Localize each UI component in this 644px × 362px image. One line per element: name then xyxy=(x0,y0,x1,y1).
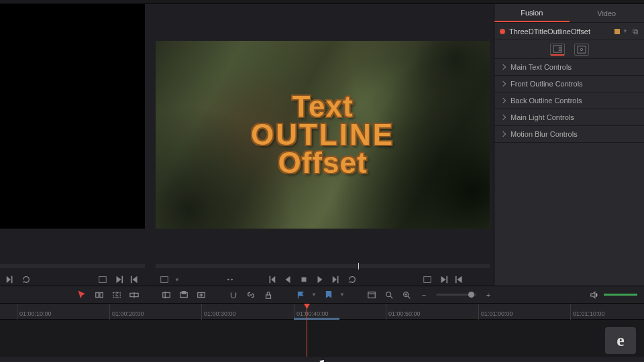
chevron-right-icon xyxy=(500,115,506,120)
tc-mark: 01:00:20:00 xyxy=(109,304,144,320)
prev-clip-icon[interactable] xyxy=(455,275,464,284)
dynamic-trim-tool[interactable] xyxy=(111,290,122,300)
play-icon[interactable] xyxy=(315,275,325,284)
volume-slider[interactable] xyxy=(604,294,637,296)
selection-tool[interactable] xyxy=(76,290,87,300)
first-frame-icon[interactable] xyxy=(267,275,276,284)
stop-icon[interactable] xyxy=(299,275,309,284)
svg-point-23 xyxy=(386,292,390,296)
inspector-panel: Fusion Video ThreeDTitleOutlineOffset ▼ … xyxy=(494,4,644,286)
chevron-down-icon[interactable]: ▼ xyxy=(339,292,345,298)
chevron-down-icon[interactable]: ▼ xyxy=(174,277,180,283)
crop-icon[interactable] xyxy=(160,275,169,284)
svg-rect-6 xyxy=(633,29,637,32)
next-clip-icon[interactable] xyxy=(439,275,448,284)
svg-line-24 xyxy=(390,296,393,298)
svg-rect-9 xyxy=(578,46,586,52)
last-frame-icon[interactable] xyxy=(331,275,341,284)
svg-point-3 xyxy=(231,279,233,281)
nav-dots-icon[interactable] xyxy=(225,275,235,284)
tc-mark: 01:01:00:00 xyxy=(478,304,513,320)
settings-icon[interactable] xyxy=(366,290,377,300)
timeline[interactable]: 01:00:10:00 01:00:20:00 01:00:30:00 01:0… xyxy=(0,303,644,357)
loop-playback-icon[interactable] xyxy=(347,275,357,284)
timeline-tracks[interactable] xyxy=(0,320,644,357)
svg-rect-4 xyxy=(301,278,306,282)
group-label: Motion Blur Controls xyxy=(511,130,578,138)
svg-rect-0 xyxy=(99,277,107,283)
loop-icon[interactable] xyxy=(21,275,31,284)
link-icon[interactable] xyxy=(246,290,256,300)
node-active-dot xyxy=(500,29,505,34)
zoom-out-icon[interactable]: − xyxy=(419,290,429,300)
flag-icon[interactable] xyxy=(295,290,306,300)
title-preview: Text OUTLINE Offset xyxy=(251,90,394,180)
keyframe-indicator[interactable] xyxy=(614,29,620,34)
tab-video[interactable]: Video xyxy=(570,4,645,22)
zoom-in-icon[interactable]: + xyxy=(483,290,494,300)
group-front-outline[interactable]: Front Outline Controls xyxy=(494,76,644,93)
timeline-ruler[interactable]: 01:00:10:00 01:00:20:00 01:00:30:00 01:0… xyxy=(0,304,644,320)
replace-clip-icon[interactable] xyxy=(196,290,207,300)
svg-rect-11 xyxy=(96,292,99,297)
speaker-icon[interactable] xyxy=(589,290,600,300)
svg-line-28 xyxy=(408,296,411,298)
group-back-outline[interactable]: Back Outline Controls xyxy=(494,93,644,109)
blade-tool[interactable] xyxy=(129,290,140,300)
chevron-right-icon xyxy=(500,81,506,86)
snapping-icon[interactable] xyxy=(228,290,239,300)
svg-point-10 xyxy=(580,48,582,50)
group-main-text[interactable]: Main Text Controls xyxy=(494,59,644,76)
svg-rect-7 xyxy=(635,30,638,34)
overwrite-clip-icon[interactable] xyxy=(178,290,189,300)
chevron-right-icon xyxy=(500,98,506,103)
cursor-icon xyxy=(321,359,327,362)
insert-clip-icon[interactable] xyxy=(161,290,172,300)
trim-edit-tool[interactable] xyxy=(94,290,105,300)
timeline-toolbar: ▼ ▼ − + xyxy=(0,286,644,303)
lock-icon[interactable] xyxy=(263,290,274,300)
watermark: e xyxy=(605,327,636,354)
tc-mark: 01:00:50:00 xyxy=(386,304,421,320)
tab-fusion[interactable]: Fusion xyxy=(494,4,570,22)
marker-icon[interactable] xyxy=(323,290,334,300)
svg-rect-21 xyxy=(368,292,376,298)
in-out-region xyxy=(294,318,339,320)
step-back-icon[interactable] xyxy=(130,275,140,284)
svg-rect-18 xyxy=(182,291,185,294)
match-frame-icon[interactable] xyxy=(98,275,107,284)
chevron-right-icon xyxy=(500,64,506,70)
search-icon[interactable] xyxy=(384,290,394,300)
svg-rect-15 xyxy=(163,292,170,297)
program-scrubber[interactable] xyxy=(156,264,490,268)
svg-rect-20 xyxy=(266,295,271,298)
chevron-down-icon[interactable]: ▼ xyxy=(623,28,628,34)
group-label: Main Text Controls xyxy=(511,63,572,71)
zoom-icon[interactable] xyxy=(401,290,412,300)
tc-mark: 01:00:10:00 xyxy=(17,304,52,320)
source-viewer[interactable] xyxy=(0,4,145,229)
step-forward-icon[interactable] xyxy=(114,275,123,284)
group-label: Back Outline Controls xyxy=(511,97,582,105)
playhead[interactable] xyxy=(307,304,307,357)
tc-mark: 01:00:30:00 xyxy=(201,304,236,320)
group-main-light[interactable]: Main Light Controls xyxy=(494,109,644,126)
play-reverse-icon[interactable] xyxy=(283,275,292,284)
svg-rect-1 xyxy=(161,277,168,283)
svg-rect-12 xyxy=(100,292,103,297)
zoom-slider[interactable] xyxy=(436,294,476,296)
tc-mark: 01:01:10:00 xyxy=(570,304,605,320)
chevron-down-icon[interactable]: ▼ xyxy=(311,292,317,298)
group-motion-blur[interactable]: Motion Blur Controls xyxy=(494,126,644,143)
next-edit-icon[interactable] xyxy=(5,275,15,284)
svg-point-2 xyxy=(227,279,229,281)
source-scrubber[interactable] xyxy=(0,264,145,268)
program-viewer[interactable]: Text OUTLINE Offset xyxy=(156,41,490,229)
group-label: Front Outline Controls xyxy=(511,80,583,88)
node-name: ThreeDTitleOutlineOffset xyxy=(509,27,610,36)
chevron-right-icon xyxy=(500,131,506,137)
inspector-tool-controls[interactable] xyxy=(550,44,565,56)
match-icon[interactable] xyxy=(423,275,432,284)
versions-icon[interactable] xyxy=(632,27,639,36)
inspector-tool-settings[interactable] xyxy=(574,44,589,56)
